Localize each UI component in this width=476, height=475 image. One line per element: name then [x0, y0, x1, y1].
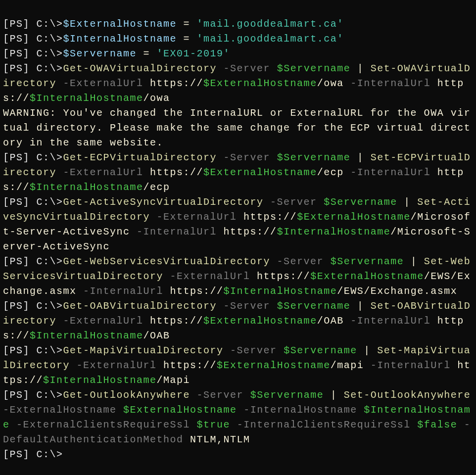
var-ref: $ExternalHostname [203, 78, 317, 89]
var-ref: $Servername [284, 345, 357, 356]
url-path: /owa [143, 93, 170, 104]
line-var-server: [PS] C:\>$Servername = 'EX01-2019' [3, 48, 230, 59]
prompt: [PS] C:\> [3, 256, 63, 267]
param: -Server [224, 152, 271, 163]
param: -Server [224, 300, 271, 312]
pipe: | [397, 196, 418, 208]
var-name: $InternalHostname [63, 33, 177, 45]
op-eq: = [137, 48, 157, 59]
cmd: Get-ECPVirtualDirectory [63, 152, 217, 163]
param: -Server [230, 345, 277, 356]
param: -InternalUrl [350, 167, 430, 178]
cmd: Get-WebServicesVirtualDirectory [63, 256, 271, 267]
param: -ExternalUrl [63, 315, 143, 327]
param: -Server [270, 196, 317, 208]
param: -InternalHostname [243, 404, 357, 416]
pipe: | [350, 63, 371, 74]
cmd: Set-OutlookAnywhere [344, 389, 471, 401]
var-name: $Servername [63, 48, 137, 59]
url-path: /ecp [143, 182, 170, 193]
param: -InternalUrl [137, 226, 217, 238]
param: -ExternalHostname [3, 404, 117, 416]
param: -InternalUrl [83, 285, 163, 297]
param: -Server [277, 256, 324, 267]
url-scheme: https:// [224, 226, 277, 238]
pipe: | [324, 389, 344, 401]
var-ref: $InternalHostname [30, 330, 143, 341]
param: -ExternalUrl [157, 211, 237, 223]
pipe: | [350, 152, 371, 163]
var-ref: $Servername [277, 63, 351, 74]
var-ref: $ExternalHostname [123, 404, 237, 416]
param: -ExternalUrl [77, 360, 157, 371]
terminal-output: [PS] C:\>$ExternalHostname = 'mail.goodd… [0, 0, 476, 464]
param: -ExternalUrl [63, 167, 143, 178]
param: -ExternalClientsRequireSsl [16, 419, 190, 430]
cmd: Get-OWAVirtualDirectory [63, 63, 217, 74]
var-ref: $InternalHostname [30, 182, 143, 193]
url-scheme: https:// [150, 315, 203, 327]
url-scheme: https:// [150, 78, 203, 89]
line-activesync: [PS] C:\>Get-ActiveSyncVirtualDirectory … [3, 196, 471, 252]
line-prompt-empty[interactable]: [PS] C:\> [3, 449, 63, 460]
prompt: [PS] C:\> [3, 33, 63, 45]
var-ref: $InternalHostname [277, 226, 391, 238]
prompt: [PS] C:\> [3, 300, 63, 312]
param: -InternalClientsRequireSsl [237, 419, 411, 430]
var-ref: $ExternalHostname [203, 167, 317, 178]
url-path: /OAB [317, 315, 344, 327]
param: -InternalUrl [371, 360, 451, 371]
param: -InternalUrl [350, 315, 430, 327]
line-mapi: [PS] C:\>Get-MapiVirtualDirectory -Serve… [3, 345, 471, 386]
var-ref: $Servername [331, 256, 404, 267]
cmd: Get-ActiveSyncVirtualDirectory [63, 196, 264, 208]
pipe: | [404, 256, 424, 267]
param: -ExternalUrl [63, 78, 143, 89]
url-scheme: https:// [243, 211, 297, 223]
cmd: Get-OABVirtualDirectory [63, 300, 217, 312]
line-oab: [PS] C:\>Get-OABVirtualDirectory -Server… [3, 300, 471, 341]
url-scheme: https:// [257, 271, 310, 282]
url-path: /owa [317, 78, 344, 89]
op-eq: = [177, 33, 197, 45]
url-scheme: https:// [163, 360, 217, 371]
var-ref: $Servername [324, 196, 397, 208]
param: -ExternalUrl [170, 271, 250, 282]
var-value: 'mail.gooddealmart.ca' [197, 18, 344, 30]
url-path: /mapi [331, 360, 364, 371]
var-ref: $InternalHostname [224, 285, 337, 297]
warning-text: WARNING: You've changed the InternalURL … [3, 107, 471, 148]
op-eq: = [177, 18, 197, 30]
prompt: [PS] C:\> [3, 63, 63, 74]
line-var-external: [PS] C:\>$ExternalHostname = 'mail.goodd… [3, 18, 344, 30]
prompt: [PS] C:\> [3, 18, 63, 30]
var-ref: $Servername [277, 300, 351, 312]
bool-true: $true [197, 419, 231, 430]
param: -Server [224, 63, 271, 74]
prompt: [PS] C:\> [3, 152, 63, 163]
prompt: [PS] C:\> [3, 389, 63, 401]
cmd: Get-OutlookAnywhere [63, 389, 190, 401]
cmd: Get-MapiVirtualDirectory [63, 345, 224, 356]
var-ref: $Servername [250, 389, 324, 401]
var-ref: $InternalHostname [30, 93, 143, 104]
param: -Server [197, 389, 244, 401]
param: -InternalUrl [350, 78, 430, 89]
var-ref: $ExternalHostname [297, 211, 411, 223]
prompt: [PS] C:\> [3, 196, 63, 208]
line-ecp: [PS] C:\>Get-ECPVirtualDirectory -Server… [3, 152, 471, 193]
url-path: /Mapi [157, 375, 190, 386]
line-owa: [PS] C:\>Get-OWAVirtualDirectory -Server… [3, 63, 471, 104]
prompt: [PS] C:\> [3, 449, 63, 460]
url-scheme: https:// [150, 167, 203, 178]
url-path: /ecp [317, 167, 344, 178]
prompt: [PS] C:\> [3, 345, 63, 356]
pipe: | [350, 300, 371, 312]
var-ref: $Servername [277, 152, 351, 163]
var-value: 'mail.gooddealmart.ca' [197, 33, 344, 45]
url-path: /EWS/Exchange.asmx [337, 285, 457, 297]
var-ref: $ExternalHostname [203, 315, 317, 327]
prompt: [PS] C:\> [3, 48, 63, 59]
var-value: 'EX01-2019' [157, 48, 231, 59]
var-ref: $ExternalHostname [217, 360, 331, 371]
